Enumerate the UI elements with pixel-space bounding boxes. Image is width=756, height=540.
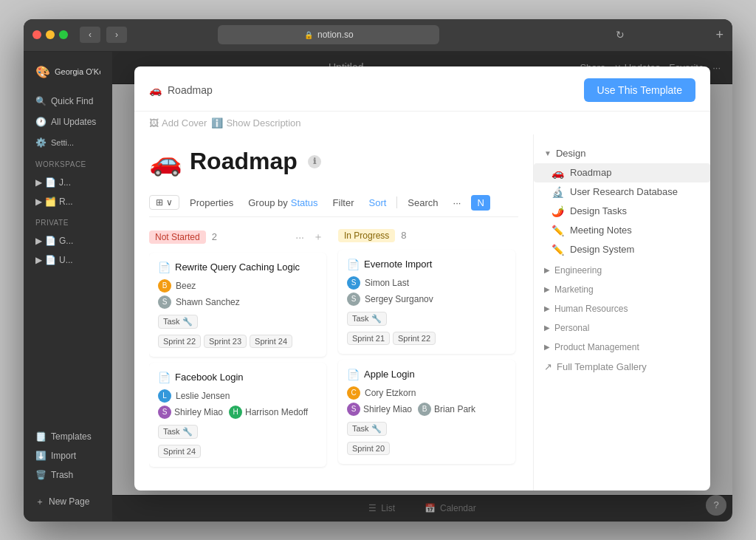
workspace-item-1-label: J... bbox=[59, 177, 71, 188]
card-1-type-tag: Task 🔧 bbox=[158, 315, 198, 329]
kanban-card-4[interactable]: 📄 Apple Login C Cory Etzkorn bbox=[338, 360, 515, 464]
card-4-person-2-name: Shirley Miao bbox=[363, 404, 412, 414]
roadmap-label: Roadmap bbox=[570, 167, 611, 178]
card-2-tags: Task 🔧 bbox=[158, 425, 317, 439]
personal-chevron: ▶ bbox=[544, 324, 550, 332]
view-chevron: ∨ bbox=[166, 197, 173, 208]
trash-label: Trash bbox=[51, 470, 73, 480]
card-4-multi-persons: S Shirley Miao B Brian Park bbox=[347, 403, 506, 416]
image-icon: 🖼 bbox=[149, 117, 159, 129]
product-mgmt-section-header[interactable]: ▶ Product Management bbox=[534, 336, 710, 355]
traffic-lights bbox=[32, 30, 68, 39]
card-2-sprint-tags: Sprint 24 bbox=[158, 445, 317, 458]
right-item-design-tasks[interactable]: 🌶️ Design Tasks bbox=[534, 202, 710, 221]
marketing-section-header[interactable]: ▶ Marketing bbox=[534, 278, 710, 298]
product-mgmt-label: Product Management bbox=[554, 342, 639, 352]
card-2-avatar-3: H bbox=[229, 406, 242, 419]
design-section-header[interactable]: ▼ Design bbox=[534, 143, 710, 163]
new-tab-button[interactable]: + bbox=[715, 28, 724, 41]
card-2-avatar-1: L bbox=[158, 389, 171, 403]
page-emoji: 🚗 bbox=[149, 146, 182, 177]
card-1-tags: Task 🔧 bbox=[158, 315, 317, 329]
sort-button[interactable]: Sort bbox=[364, 195, 391, 211]
properties-button[interactable]: Properties bbox=[185, 195, 238, 211]
modal-right-panel: ▼ Design 🚗 Roadmap 🔬 User Research Datab bbox=[533, 134, 710, 491]
minimize-button[interactable] bbox=[46, 30, 55, 39]
sidebar-search[interactable]: 🔍 Quick Find bbox=[30, 92, 106, 110]
right-item-meeting-notes[interactable]: ✏️ Meeting Notes bbox=[534, 221, 710, 240]
right-item-roadmap[interactable]: 🚗 Roadmap bbox=[534, 163, 710, 182]
kanban-card-2[interactable]: 📄 Facebook Login L Leslie Jensen bbox=[149, 363, 326, 467]
card-4-person-3-name: Brian Park bbox=[434, 404, 475, 414]
sidebar-private-item-1[interactable]: ▶ 📄 G... bbox=[30, 233, 106, 249]
page-info-icon[interactable]: ℹ bbox=[308, 155, 321, 168]
personal-section-header[interactable]: ▶ Personal bbox=[534, 317, 710, 336]
kanban-card-3[interactable]: 📄 Evernote Import S Simon Last bbox=[338, 250, 515, 354]
kanban-col-not-started-header: Not Started 2 ··· ＋ bbox=[149, 229, 326, 245]
engineering-chevron: ▶ bbox=[544, 266, 550, 274]
card-4-title: Apple Login bbox=[364, 369, 415, 380]
hr-chevron: ▶ bbox=[544, 304, 550, 312]
not-started-more-btn[interactable]: ··· bbox=[292, 229, 307, 245]
right-item-design-system[interactable]: ✏️ Design System bbox=[534, 240, 710, 259]
close-button[interactable] bbox=[32, 30, 41, 39]
fullscreen-button[interactable] bbox=[59, 30, 68, 39]
card-2-multi-persons: S Shirley Miao H Harrison Medoff bbox=[158, 406, 317, 419]
sidebar-all-updates[interactable]: 🕐 All Updates bbox=[30, 113, 106, 131]
group-by-button[interactable]: Group by Status bbox=[244, 195, 322, 211]
sidebar-settings[interactable]: ⚙️ Setti... bbox=[30, 134, 106, 151]
titlebar: ‹ › 🔒 notion.so ↻ + bbox=[24, 19, 732, 52]
toolbar-more-button[interactable]: ··· bbox=[449, 195, 466, 211]
new-entry-button[interactable]: N bbox=[471, 195, 489, 211]
not-started-add-btn[interactable]: ＋ bbox=[310, 229, 326, 245]
back-button[interactable]: ‹ bbox=[80, 27, 100, 43]
doc-icon-3: 📄 bbox=[45, 236, 56, 246]
search-label: Quick Find bbox=[51, 96, 93, 106]
add-cover-button[interactable]: 🖼 Add Cover bbox=[149, 117, 207, 129]
kanban-col-in-progress-header: In Progress 8 bbox=[338, 229, 515, 242]
right-item-user-research[interactable]: 🔬 User Research Database bbox=[534, 182, 710, 202]
use-template-button[interactable]: Use This Template bbox=[584, 84, 695, 102]
card-3-avatar-1: S bbox=[347, 276, 360, 290]
main-content: Untitled Share ∨ Updates Favorite ··· bbox=[112, 52, 732, 522]
settings-icon: ⚙️ bbox=[35, 137, 47, 148]
sidebar-templates[interactable]: 🗒️ Templates bbox=[30, 428, 106, 445]
card-3-tags: Task 🔧 bbox=[347, 312, 506, 326]
header-title: Roadmap bbox=[168, 84, 213, 96]
new-page-button[interactable]: ＋ New Page bbox=[30, 491, 106, 513]
all-updates-label: All Updates bbox=[51, 117, 96, 127]
address-bar[interactable]: 🔒 notion.so bbox=[218, 25, 439, 44]
modal-body: 🚗 Roadmap ℹ ⊞ ∨ bbox=[134, 134, 710, 491]
sidebar-user[interactable]: 🎨 Georgia O'Keeffe bbox=[30, 61, 106, 83]
full-gallery-link[interactable]: ↗ Full Template Gallery bbox=[534, 355, 710, 378]
sidebar-trash[interactable]: 🗑️ Trash bbox=[30, 466, 106, 484]
engineering-section-header[interactable]: ▶ Engineering bbox=[534, 259, 710, 278]
gallery-link-label: Full Template Gallery bbox=[557, 361, 647, 372]
engineering-label: Engineering bbox=[554, 265, 602, 276]
import-icon: ⬇️ bbox=[35, 451, 47, 461]
filter-button[interactable]: Filter bbox=[329, 195, 359, 211]
card-4-person-1-name: Cory Etzkorn bbox=[365, 388, 416, 398]
sidebar-import[interactable]: ⬇️ Import bbox=[30, 447, 106, 465]
card-2-person-1-name: Leslie Jensen bbox=[176, 391, 230, 401]
view-selector[interactable]: ⊞ ∨ bbox=[149, 195, 179, 210]
app-window: ‹ › 🔒 notion.so ↻ + 🎨 Georgia O'Keeffe 🔍… bbox=[24, 19, 732, 522]
sidebar-private-item-2[interactable]: ▶ 📄 U... bbox=[30, 252, 106, 268]
chevron-right-icon-3: ▶ bbox=[35, 236, 42, 246]
sidebar-workspace-item-1[interactable]: ▶ 📄 J... bbox=[30, 174, 106, 191]
card-3-sprint-1: Sprint 21 bbox=[347, 332, 390, 345]
card-3-sprint-tags: Sprint 21 Sprint 22 bbox=[347, 332, 506, 345]
reload-button[interactable]: ↻ bbox=[616, 29, 625, 41]
forward-button[interactable]: › bbox=[106, 27, 127, 43]
hr-section-header[interactable]: ▶ Human Resources bbox=[534, 298, 710, 317]
show-description-button[interactable]: ℹ️ Show Description bbox=[211, 117, 300, 129]
search-button[interactable]: Search bbox=[403, 195, 442, 211]
modal-overlay: 🚗 Roadmap Use This Template 🖼 Add Cover bbox=[112, 84, 732, 495]
card-3-avatar-2: S bbox=[347, 293, 360, 306]
sidebar-workspace-item-2[interactable]: ▶ 🗂️ R... bbox=[30, 194, 106, 210]
page-area: 🚗 Roadmap Use This Template 🖼 Add Cover bbox=[112, 84, 732, 495]
private-section-label: PRIVATE bbox=[30, 213, 106, 230]
kanban-card-1[interactable]: 📄 Rewrite Query Caching Logic B Beez bbox=[149, 253, 326, 357]
modal-header: 🚗 Roadmap Use This Template bbox=[134, 84, 710, 112]
import-label: Import bbox=[51, 451, 76, 461]
